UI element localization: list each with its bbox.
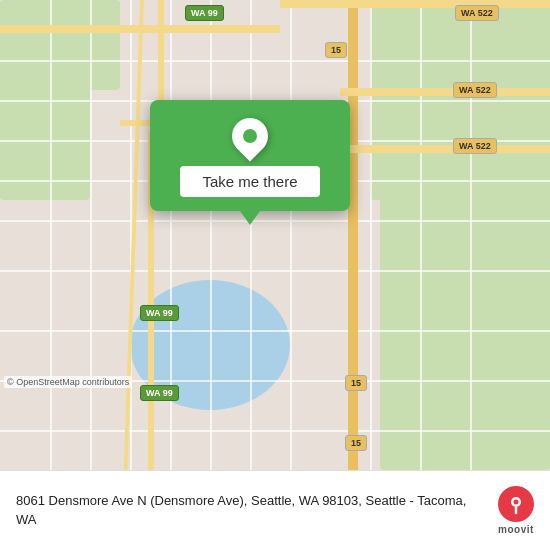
i15-freeway bbox=[348, 0, 358, 470]
svg-point-1 bbox=[514, 500, 519, 505]
moovit-icon bbox=[498, 486, 534, 522]
moovit-svg bbox=[505, 493, 527, 515]
moovit-logo[interactable]: moovit bbox=[498, 486, 534, 535]
map-pin bbox=[225, 111, 276, 162]
wa522-label-mid2: WA 522 bbox=[453, 138, 497, 154]
street-grid bbox=[210, 0, 212, 470]
map-pin-inner bbox=[243, 129, 257, 143]
map-container: WA 99 WA 522 15 WA 522 WA 522 WA 99 WA 9… bbox=[0, 0, 550, 470]
wa522-label-mid1: WA 522 bbox=[453, 82, 497, 98]
i15-label-lower1: 15 bbox=[345, 375, 367, 391]
wa99-label-lower2: WA 99 bbox=[140, 385, 179, 401]
wa522-highway bbox=[340, 145, 550, 153]
take-me-there-button[interactable]: Take me there bbox=[180, 166, 319, 197]
street-grid bbox=[290, 0, 292, 470]
street-grid bbox=[250, 0, 252, 470]
street-grid bbox=[470, 0, 472, 470]
street-grid bbox=[0, 220, 550, 222]
address-text: 8061 Densmore Ave N (Densmore Ave), Seat… bbox=[16, 492, 484, 528]
address-container: 8061 Densmore Ave N (Densmore Ave), Seat… bbox=[16, 492, 484, 528]
wa99-label-top: WA 99 bbox=[185, 5, 224, 21]
location-popup: Take me there bbox=[150, 100, 350, 211]
street-grid bbox=[50, 0, 52, 470]
street-grid bbox=[0, 60, 550, 62]
wa99-label-lower1: WA 99 bbox=[140, 305, 179, 321]
i15-label-top: 15 bbox=[325, 42, 347, 58]
street-grid bbox=[370, 0, 372, 470]
street-grid bbox=[0, 330, 550, 332]
street-grid bbox=[0, 430, 550, 432]
street-grid bbox=[90, 0, 92, 470]
i15-label-lower2: 15 bbox=[345, 435, 367, 451]
street-grid bbox=[420, 0, 422, 470]
wa522-highway bbox=[340, 88, 550, 96]
wa522-highway bbox=[280, 0, 550, 8]
wa522-label-top: WA 522 bbox=[455, 5, 499, 21]
moovit-text: moovit bbox=[498, 524, 534, 535]
osm-attribution: © OpenStreetMap contributors bbox=[4, 376, 132, 388]
park-area bbox=[0, 0, 120, 90]
info-bar: 8061 Densmore Ave N (Densmore Ave), Seat… bbox=[0, 470, 550, 550]
street-grid bbox=[0, 270, 550, 272]
